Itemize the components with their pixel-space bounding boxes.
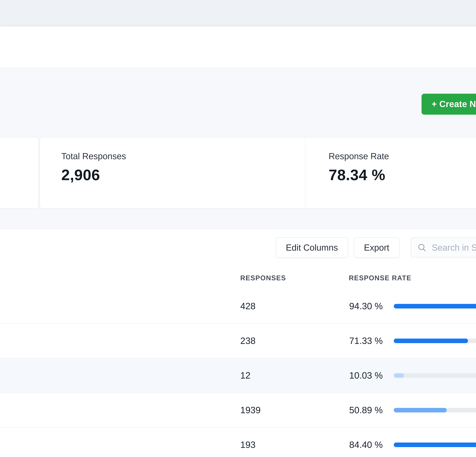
- response-rate-cell: 84.40 %: [349, 428, 383, 457]
- responses-cell: 238: [240, 324, 255, 358]
- total-responses-value: 2,906: [61, 166, 100, 184]
- response-rate-bar: [394, 304, 476, 308]
- app-window: + Create New Survey Total Responses 2,90…: [0, 27, 476, 457]
- response-rate-bar: [394, 339, 476, 343]
- response-rate-value: 78.34 %: [329, 166, 385, 184]
- total-responses-label: Total Responses: [61, 151, 126, 161]
- responses-cell: 1939: [240, 393, 261, 427]
- table-row[interactable]: 193 84.40 %: [0, 428, 476, 457]
- search-box[interactable]: [411, 238, 476, 257]
- stat-card-partial: [0, 137, 39, 209]
- stats-cards: Total Responses 2,906 Response Rate 78.3…: [40, 137, 476, 209]
- table-header: RESPONSES RESPONSE RATE: [0, 267, 476, 289]
- column-header-response-rate: RESPONSE RATE: [349, 267, 411, 289]
- surveys-table-card: Edit Columns Export RESPONSES RESPONSE R…: [0, 228, 476, 457]
- search-icon: [417, 243, 426, 252]
- response-rate-cell: 71.33 %: [349, 324, 383, 358]
- responses-cell: 12: [240, 358, 250, 393]
- table-body: 428 94.30 % 238 71.33 % 12 10.03 % 1: [0, 289, 476, 457]
- table-row[interactable]: 12 10.03 %: [0, 358, 476, 393]
- edit-columns-button[interactable]: Edit Columns: [276, 237, 348, 258]
- page: + Create New Survey Total Responses 2,90…: [0, 0, 476, 457]
- column-header-responses: RESPONSES: [240, 267, 286, 289]
- response-rate-bar: [394, 442, 476, 447]
- response-rate-cell: 10.03 %: [349, 358, 383, 393]
- response-rate-bar: [394, 373, 476, 378]
- table-row[interactable]: 1939 50.89 %: [0, 393, 476, 428]
- responses-cell: 428: [240, 289, 255, 323]
- response-rate-cell: 94.30 %: [349, 289, 383, 323]
- table-row[interactable]: 238 71.33 %: [0, 324, 476, 358]
- create-new-survey-button[interactable]: + Create New Survey: [422, 94, 476, 115]
- top-navbar: [0, 27, 476, 67]
- response-rate-cell: 50.89 %: [349, 393, 383, 427]
- response-rate-bar: [394, 408, 476, 413]
- table-row[interactable]: 428 94.30 %: [0, 289, 476, 324]
- response-rate-label: Response Rate: [329, 151, 389, 161]
- card-divider: [305, 137, 306, 208]
- search-input[interactable]: [431, 242, 476, 253]
- export-button[interactable]: Export: [354, 237, 400, 258]
- responses-cell: 193: [240, 428, 255, 457]
